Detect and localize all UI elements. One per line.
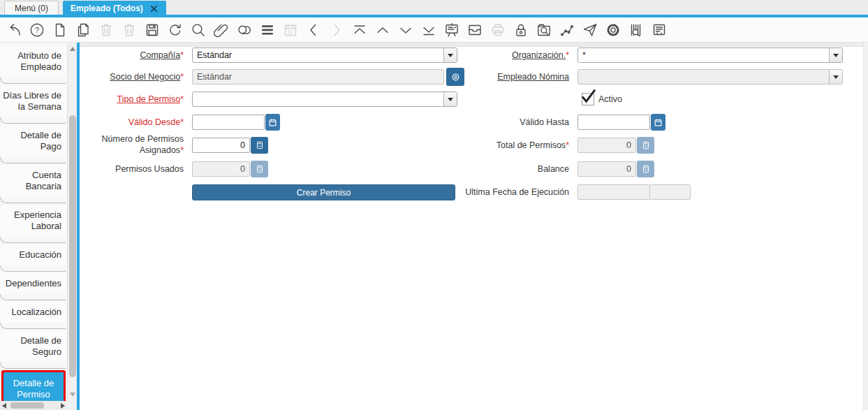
total-permisos-label: Total de Permisos*: [443, 138, 569, 153]
sidebar-item-educacion[interactable]: Educación: [1, 244, 66, 265]
application-window: Menú (0) Empleado (Todos) ?31 Atributo d…: [0, 0, 868, 410]
chevron-down-icon[interactable]: [829, 48, 842, 62]
lock-icon[interactable]: [513, 22, 529, 38]
calendar-picker-icon[interactable]: [651, 114, 665, 131]
form-top-strip: [80, 43, 863, 47]
ultima-fecha-ejecucion-time-input: [649, 184, 691, 200]
tab-empleado-todos[interactable]: Empleado (Todos): [63, 1, 166, 15]
copy-record-icon[interactable]: [75, 22, 91, 38]
down-icon[interactable]: [397, 22, 414, 38]
sidebar-item-localizacion[interactable]: Localización: [1, 302, 66, 323]
compania-combobox[interactable]: Estándar: [192, 47, 457, 63]
sidebar-tabs: Atributo de EmpleadoDías Libres de la Se…: [0, 43, 67, 401]
scroll-down-icon[interactable]: [70, 393, 75, 397]
tab-menu-label: Menú (0): [15, 3, 48, 13]
crear-permiso-button[interactable]: Crear Permiso: [192, 184, 455, 200]
ultima-fecha-ejecucion-label: Ultima Fecha de Ejecución: [443, 184, 569, 200]
first-record-icon[interactable]: [351, 22, 368, 38]
compania-label: Compañía*: [80, 47, 184, 63]
scroll-up-icon[interactable]: [70, 47, 75, 51]
calculator-icon: [251, 161, 268, 177]
socio-negocio-input[interactable]: [192, 69, 444, 85]
chevron-down-icon[interactable]: [829, 70, 842, 84]
grid-toggle-icon[interactable]: [259, 22, 276, 38]
save-icon[interactable]: [144, 22, 161, 38]
scroll-left-icon[interactable]: [2, 403, 6, 409]
calendar-picker-icon[interactable]: [265, 114, 280, 131]
required-marker: *: [180, 50, 184, 60]
workflow-icon[interactable]: [559, 22, 575, 38]
up-icon[interactable]: [374, 22, 391, 38]
valido-desde-input[interactable]: [192, 115, 265, 130]
required-marker: *: [566, 140, 569, 150]
numero-permisos-asignados-label: Número de Permisos Asignados*: [80, 133, 184, 156]
sidebar-item-dependientes[interactable]: Dependientes: [1, 273, 66, 294]
sidebar-item-detalle-de-pago[interactable]: Detalle de Pago: [1, 125, 66, 157]
refresh-icon[interactable]: [167, 22, 184, 38]
permisos-usados-input: [192, 161, 250, 177]
sidebar-horizontal-scrollbar[interactable]: [0, 401, 67, 410]
request-icon[interactable]: [582, 22, 598, 38]
svg-text:31: 31: [288, 29, 293, 35]
print-icon: [490, 22, 506, 38]
calculator-icon: [637, 161, 654, 177]
valido-hasta-label: Válido Hasta: [443, 115, 569, 130]
chevron-down-icon[interactable]: [443, 92, 457, 106]
workflow-board-icon[interactable]: [443, 22, 460, 38]
main-scrollbar-track[interactable]: [863, 43, 868, 410]
preferences-icon[interactable]: [605, 22, 621, 38]
required-marker: *: [180, 94, 184, 104]
total-permisos-input: [578, 138, 636, 153]
sidebar-item-dias-libres-de-la-semana[interactable]: Días Libres de la Semana: [1, 85, 66, 117]
product-info-icon[interactable]: [628, 22, 645, 38]
delete-selection-icon: [121, 22, 138, 38]
calendar-icon: 31: [282, 22, 299, 38]
find-icon[interactable]: [190, 22, 207, 38]
organizacion-combobox[interactable]: *: [578, 47, 843, 63]
sidebar-item-cuenta-bancaria[interactable]: Cuenta Bancaria: [1, 165, 66, 197]
help-icon[interactable]: ?: [29, 22, 45, 38]
zoom-across-icon[interactable]: [536, 22, 552, 38]
sidebar-separator: [0, 363, 66, 369]
scroll-right-icon[interactable]: [61, 403, 65, 409]
sidebar-vscroll-thumb[interactable]: [69, 115, 76, 377]
sidebar-hscroll-thumb[interactable]: [10, 402, 44, 409]
calculator-icon: [637, 137, 654, 154]
tipo-permiso-label: Tipo de Permiso*: [80, 91, 184, 107]
scrollbar-corner: [67, 401, 77, 410]
tab-menu[interactable]: Menú (0): [4, 1, 59, 15]
sidebar-item-atributo-de-empleado[interactable]: Atributo de Empleado: [1, 45, 66, 78]
archive-icon[interactable]: [466, 22, 483, 38]
numero-permisos-asignados-input[interactable]: [192, 138, 250, 153]
chat-icon[interactable]: [236, 22, 253, 38]
attachment-icon[interactable]: [213, 22, 230, 38]
report-icon[interactable]: [651, 22, 668, 38]
last-record-icon[interactable]: [420, 22, 437, 38]
sidebar-item-experiencia-laboral[interactable]: Experiencia Laboral: [1, 205, 66, 237]
required-marker: *: [566, 50, 569, 60]
sidebar-separator: [0, 197, 66, 203]
tab-empleado-label: Empleado (Todos): [71, 3, 143, 13]
activo-checkbox[interactable]: [582, 93, 594, 105]
empleado-nomina-label: Empleado Nómina: [443, 69, 569, 85]
sidebar-separator: [0, 237, 66, 243]
toolbar: ?31: [0, 17, 868, 43]
sidebar-item-detalle-de-seguro[interactable]: Detalle de Seguro: [1, 330, 66, 363]
sidebar-vertical-scrollbar[interactable]: [67, 43, 77, 401]
calculator-icon[interactable]: [251, 137, 268, 154]
empleado-nomina-combobox[interactable]: [578, 69, 843, 85]
undo-icon[interactable]: [6, 22, 22, 38]
compania-value: Estándar: [197, 48, 441, 62]
close-tab-icon[interactable]: [149, 4, 159, 13]
tipo-permiso-combobox[interactable]: [192, 91, 457, 107]
previous-icon[interactable]: [305, 22, 322, 38]
sidebar-separator: [0, 294, 66, 300]
required-marker: *: [180, 72, 184, 82]
new-record-icon[interactable]: [52, 22, 68, 38]
sidebar-separator: [0, 323, 66, 329]
required-marker: *: [180, 117, 184, 127]
valido-hasta-input[interactable]: [578, 115, 650, 130]
permisos-usados-label: Permisos Usados: [80, 161, 184, 177]
sidebar-item-detalle-de-permiso[interactable]: Detalle de Permiso: [1, 370, 66, 401]
window-body: Atributo de EmpleadoDías Libres de la Se…: [0, 43, 868, 410]
